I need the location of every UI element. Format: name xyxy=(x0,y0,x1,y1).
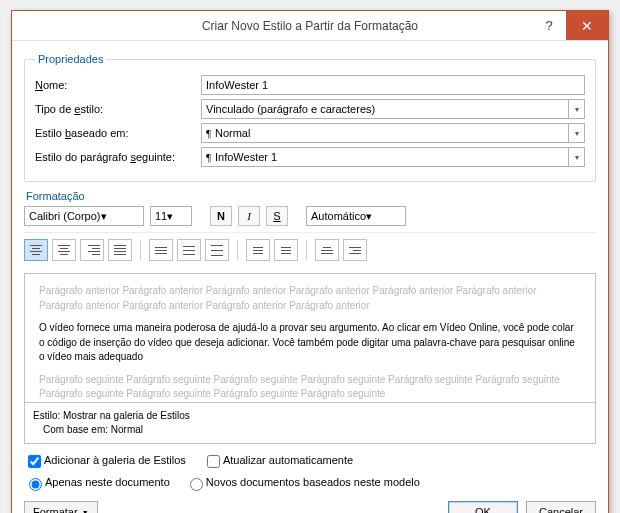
preview-main-text: O vídeo fornece uma maneira poderosa de … xyxy=(39,321,581,365)
name-label: Nome: xyxy=(35,79,195,91)
bold-button[interactable]: N xyxy=(210,206,232,226)
type-label: Tipo de estilo: xyxy=(35,103,195,115)
chevron-down-icon: ▾ xyxy=(568,148,584,166)
font-color-select[interactable]: Automático ▾ xyxy=(306,206,406,226)
align-right-button[interactable] xyxy=(80,239,104,261)
line-spacing-15-button[interactable] xyxy=(177,239,201,261)
formatting-legend: Formatação xyxy=(26,190,596,202)
space-before-increase-button[interactable] xyxy=(246,239,270,261)
line-spacing-1-button[interactable] xyxy=(149,239,173,261)
chevron-down-icon: ▾ xyxy=(167,210,173,223)
add-to-gallery-checkbox[interactable]: Adicionar à galeria de Estilos xyxy=(24,454,186,466)
based-on-label: Estilo baseado em: xyxy=(35,127,195,139)
font-size-select[interactable]: 11 ▾ xyxy=(150,206,192,226)
separator xyxy=(306,240,307,260)
ok-button[interactable]: OK xyxy=(448,501,518,513)
chevron-down-icon: ▾ xyxy=(568,124,584,142)
auto-update-checkbox[interactable]: Atualizar automaticamente xyxy=(203,454,353,466)
paragraph-toolbar xyxy=(24,232,596,267)
help-button[interactable]: ? xyxy=(532,11,566,40)
based-on-select[interactable]: ¶ Normal ▾ xyxy=(201,123,585,143)
options-row-2: Apenas neste documento Novos documentos … xyxy=(24,475,596,491)
summary-line-1: Estilo: Mostrar na galeria de Estilos xyxy=(33,409,587,423)
cancel-button[interactable]: Cancelar xyxy=(526,501,596,513)
preview-pane: Parágrafo anterior Parágrafo anterior Pa… xyxy=(24,273,596,403)
properties-group: Propriedades Nome: Tipo de estilo: Vincu… xyxy=(24,53,596,182)
dialog-footer: Formatar ▼ OK Cancelar xyxy=(24,501,596,513)
style-type-select[interactable]: Vinculado (parágrafo e caracteres) ▾ xyxy=(201,99,585,119)
next-style-label: Estilo do parágrafo seguinte: xyxy=(35,151,195,163)
only-this-doc-radio[interactable]: Apenas neste documento xyxy=(24,476,170,488)
italic-button[interactable]: I xyxy=(238,206,260,226)
chevron-down-icon: ▼ xyxy=(82,509,89,514)
next-style-value: InfoWester 1 xyxy=(215,151,277,163)
align-justify-button[interactable] xyxy=(108,239,132,261)
underline-button[interactable]: S xyxy=(266,206,288,226)
close-button[interactable]: ✕ xyxy=(566,11,608,40)
separator xyxy=(237,240,238,260)
name-input[interactable] xyxy=(201,75,585,95)
chevron-down-icon: ▾ xyxy=(568,100,584,118)
next-style-select[interactable]: ¶ InfoWester 1 ▾ xyxy=(201,147,585,167)
font-name-select[interactable]: Calibri (Corpo) ▾ xyxy=(24,206,144,226)
space-before-decrease-button[interactable] xyxy=(274,239,298,261)
pilcrow-icon: ¶ xyxy=(206,151,211,163)
style-type-value: Vinculado (parágrafo e caracteres) xyxy=(206,103,375,115)
indent-increase-button[interactable] xyxy=(343,239,367,261)
align-center-button[interactable] xyxy=(52,239,76,261)
titlebar: Criar Novo Estilo a Partir da Formatação… xyxy=(12,11,608,41)
based-on-value: Normal xyxy=(215,127,250,139)
preview-after-text: Parágrafo seguinte Parágrafo seguinte Pa… xyxy=(39,373,581,402)
summary-line-2: Com base em: Normal xyxy=(33,423,587,437)
chevron-down-icon: ▾ xyxy=(366,210,372,223)
preview-before-text: Parágrafo anterior Parágrafo anterior Pa… xyxy=(39,284,581,313)
font-size-value: 11 xyxy=(155,210,167,222)
font-toolbar: Calibri (Corpo) ▾ 11 ▾ N I S Automático … xyxy=(24,206,596,226)
properties-legend: Propriedades xyxy=(35,53,106,65)
style-summary: Estilo: Mostrar na galeria de Estilos Co… xyxy=(24,403,596,444)
indent-decrease-button[interactable] xyxy=(315,239,339,261)
dialog-title: Criar Novo Estilo a Partir da Formatação xyxy=(12,19,608,33)
pilcrow-icon: ¶ xyxy=(206,127,211,139)
separator xyxy=(140,240,141,260)
font-name-value: Calibri (Corpo) xyxy=(29,210,101,222)
line-spacing-2-button[interactable] xyxy=(205,239,229,261)
chevron-down-icon: ▾ xyxy=(101,210,107,223)
align-left-button[interactable] xyxy=(24,239,48,261)
dialog-window: Criar Novo Estilo a Partir da Formatação… xyxy=(11,10,609,513)
new-docs-radio[interactable]: Novos documentos baseados neste modelo xyxy=(185,476,420,488)
format-dropdown-button[interactable]: Formatar ▼ xyxy=(24,501,98,513)
options-row-1: Adicionar à galeria de Estilos Atualizar… xyxy=(24,452,596,471)
font-color-value: Automático xyxy=(311,210,366,222)
